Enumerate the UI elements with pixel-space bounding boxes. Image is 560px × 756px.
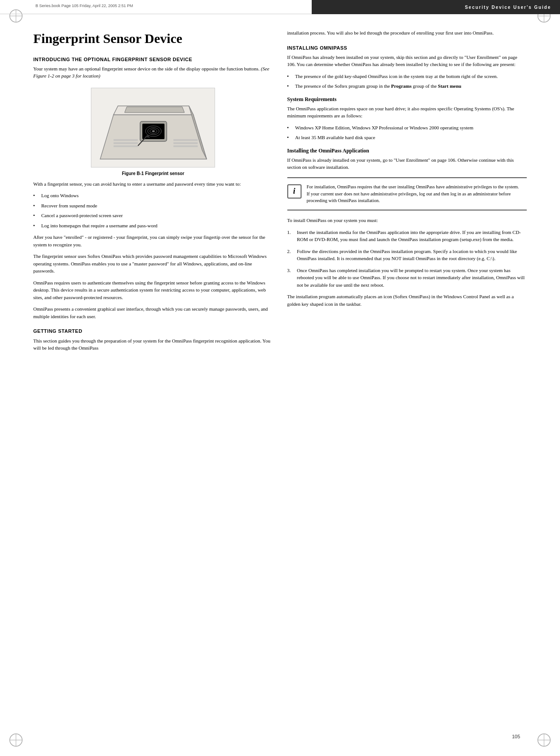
figure-caption: Figure B-1 Fingerprint sensor xyxy=(122,171,184,176)
content-area: Fingerprint Sensor Device INTRODUCING TH… xyxy=(33,27,527,729)
list-item: Recover from suspend mode xyxy=(33,202,273,210)
figure-container: Figure B-1 Fingerprint sensor xyxy=(33,88,273,176)
with-sensor-text: With a fingerprint sensor, you can avoid… xyxy=(33,180,273,188)
svg-rect-28 xyxy=(173,139,198,141)
right-column: installation process. You will also be l… xyxy=(287,27,527,729)
getting-started-heading: GETTING STARTED xyxy=(33,328,273,334)
bullets-installing: The presence of the gold key-shaped Omni… xyxy=(287,73,527,90)
list-item: Log into homepages that require a userna… xyxy=(33,222,273,230)
list-item: At least 35 MB available hard disk space xyxy=(287,134,527,141)
list-item: Log onto Windows xyxy=(33,192,273,199)
info-text: For installation, OmniPass requires that… xyxy=(307,183,522,204)
svg-rect-27 xyxy=(114,145,138,147)
figure-image xyxy=(91,88,215,168)
installing-heading: INSTALLING OMNIPASS xyxy=(287,45,527,51)
bullets-1: Log onto Windows Recover from suspend mo… xyxy=(33,192,273,229)
header-meta: B Series.book Page 105 Friday, April 22,… xyxy=(35,4,133,8)
installing-text: If OmniPass has already been installed o… xyxy=(287,54,527,68)
list-item: The presence of the Softex program group… xyxy=(287,82,527,90)
para2: The fingerprint sensor uses Softex OmniP… xyxy=(33,253,273,275)
system-req-heading: System Requirements xyxy=(287,96,527,103)
system-req-text: The OmniPass application requires space … xyxy=(287,105,527,120)
header-title-text: Security Device User's Guide xyxy=(465,5,551,10)
list-item: Cancel a password-protected screen saver xyxy=(33,212,273,219)
svg-rect-26 xyxy=(114,142,138,144)
list-item: Windows XP Home Edition, Windows XP Prof… xyxy=(287,124,527,132)
info-icon: i xyxy=(287,184,302,199)
svg-rect-29 xyxy=(173,142,198,144)
chapter-title: Fingerprint Sensor Device xyxy=(33,31,273,47)
getting-started-cont: installation process. You will also be l… xyxy=(287,29,527,37)
intro-heading: INTRODUCING THE OPTIONAL FINGERPRINT SEN… xyxy=(33,56,273,62)
svg-rect-25 xyxy=(114,139,138,141)
final-text: The installation program automatically p… xyxy=(287,293,527,308)
para4: OmniPass presents a convenient graphical… xyxy=(33,305,273,320)
getting-started-text: This section guides you through the prep… xyxy=(33,337,273,352)
installing-app-heading: Installing the OmniPass Application xyxy=(287,148,527,154)
list-item: Insert the installation media for the Om… xyxy=(287,229,527,243)
svg-rect-30 xyxy=(173,145,198,147)
numbered-steps: Insert the installation media for the Om… xyxy=(287,229,527,289)
svg-point-22 xyxy=(152,130,155,132)
installing-app-text: If OmniPass is already installed on your… xyxy=(287,156,527,171)
corner-mark-bl xyxy=(8,732,24,748)
para1: After you have "enrolled" - or registere… xyxy=(33,234,273,248)
bullets-sysreq: Windows XP Home Edition, Windows XP Prof… xyxy=(287,124,527,141)
header-title-bar: Security Device User's Guide xyxy=(312,0,560,14)
list-item: Follow the directions provided in the Om… xyxy=(287,248,527,262)
svg-marker-16 xyxy=(125,107,184,113)
page-number: 105 xyxy=(512,734,520,739)
left-column: Fingerprint Sensor Device INTRODUCING TH… xyxy=(33,27,273,729)
list-item: Once OmniPass has completed installation… xyxy=(287,267,527,289)
page: B Series.book Page 105 Friday, April 22,… xyxy=(0,0,560,756)
para3: OmniPass requires users to authenticate … xyxy=(33,279,273,301)
corner-mark-br xyxy=(536,732,552,748)
header-bar: B Series.book Page 105 Friday, April 22,… xyxy=(0,0,560,14)
intro-text: Your system may have an optional fingerp… xyxy=(33,65,273,80)
list-item: The presence of the gold key-shaped Omni… xyxy=(287,73,527,80)
info-box: i For installation, OmniPass requires th… xyxy=(287,177,527,210)
to-install-text: To install OmniPass on your system you m… xyxy=(287,217,527,224)
